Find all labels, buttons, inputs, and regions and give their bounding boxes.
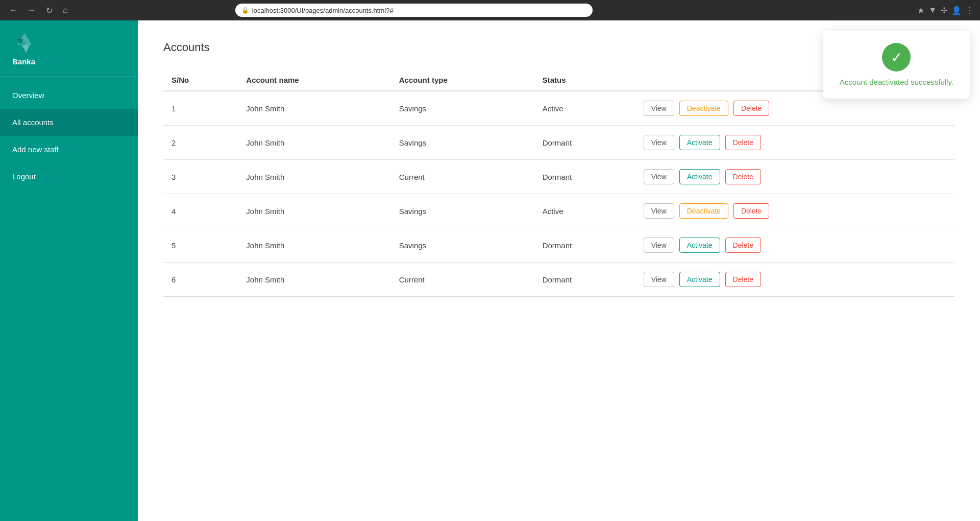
col-status: Status (534, 69, 635, 91)
cell-account-type: Savings (391, 194, 534, 228)
view-button[interactable]: View (644, 135, 674, 150)
delete-button[interactable]: Delete (725, 135, 761, 150)
cell-account-type: Savings (391, 228, 534, 263)
success-message: Account deactivated successfully. (840, 78, 953, 86)
cell-actions: ViewActivateDelete (635, 228, 954, 263)
cell-account-name: John Smith (238, 160, 390, 194)
actions-cell: ViewActivateDelete (644, 238, 946, 253)
deactivate-button[interactable]: Deactivate (679, 203, 728, 219)
sidebar-item-overview[interactable]: Overview (0, 82, 138, 109)
delete-button[interactable]: Delete (725, 169, 761, 184)
cell-account-name: John Smith (238, 126, 390, 160)
cell-status: Dormant (534, 228, 635, 263)
actions-cell: ViewActivateDelete (644, 135, 946, 150)
table-row: 6John SmithCurrentDormantViewActivateDel… (163, 263, 954, 297)
success-icon: ✓ (882, 43, 911, 72)
sidebar-nav: Overview All accounts Add new staff Logo… (0, 82, 138, 190)
avatar-icon[interactable]: 👤 (951, 6, 962, 15)
view-button[interactable]: View (644, 203, 674, 219)
table-row: 4John SmithSavingsActiveViewDeactivateDe… (163, 194, 954, 228)
menu-icon[interactable]: ⋮ (966, 6, 974, 15)
app-container: Banka Overview All accounts Add new staf… (0, 20, 980, 521)
url-text: localhost:3000/UI/pages/admin/accounts.h… (252, 7, 394, 14)
cell-status: Dormant (534, 263, 635, 297)
cell-actions: ViewActivateDelete (635, 263, 954, 297)
sidebar-label-overview: Overview (12, 91, 44, 100)
cell-actions: ViewActivateDelete (635, 160, 954, 194)
view-button[interactable]: View (644, 169, 674, 184)
view-button[interactable]: View (644, 272, 674, 287)
svg-marker-2 (22, 45, 30, 53)
col-account-name: Account name (238, 69, 390, 91)
activate-button[interactable]: Activate (679, 169, 720, 184)
cell-status: Dormant (534, 126, 635, 160)
actions-cell: ViewDeactivateDelete (644, 203, 946, 219)
main-content: ✓ Account deactivated successfully. Acco… (138, 20, 980, 521)
sidebar-item-add-new-staff[interactable]: Add new staff (0, 136, 138, 163)
cell-sno: 2 (163, 126, 238, 160)
cell-status: Active (534, 194, 635, 228)
actions-cell: ViewActivateDelete (644, 169, 946, 184)
actions-cell: ViewDeactivateDelete (644, 101, 946, 116)
logo-icon (12, 31, 37, 55)
cell-account-name: John Smith (238, 91, 390, 126)
cell-status: Active (534, 91, 635, 126)
home-button[interactable]: ⌂ (60, 5, 71, 16)
browser-right-icons: ★ ▼ ✢ 👤 ⋮ (917, 6, 974, 15)
sidebar-item-logout[interactable]: Logout (0, 163, 138, 190)
forward-button[interactable]: → (24, 5, 39, 16)
star-icon[interactable]: ★ (917, 6, 924, 15)
cell-account-type: Savings (391, 126, 534, 160)
success-notification: ✓ Account deactivated successfully. (823, 31, 970, 99)
accounts-table: S/No Account name Account type Status 1J… (163, 69, 954, 297)
table-row: 3John SmithCurrentDormantViewActivateDel… (163, 160, 954, 194)
cell-account-type: Current (391, 160, 534, 194)
extension-icon[interactable]: ▼ (928, 6, 937, 15)
delete-button[interactable]: Delete (725, 272, 761, 287)
sidebar-label-all-accounts: All accounts (12, 118, 54, 127)
col-sno: S/No (163, 69, 238, 91)
col-account-type: Account type (391, 69, 534, 91)
view-button[interactable]: View (644, 238, 674, 253)
cell-actions: ViewDeactivateDelete (635, 194, 954, 228)
activate-button[interactable]: Activate (679, 135, 720, 150)
sidebar: Banka Overview All accounts Add new staf… (0, 20, 138, 521)
cell-sno: 4 (163, 194, 238, 228)
cell-sno: 5 (163, 228, 238, 263)
cell-account-type: Savings (391, 91, 534, 126)
table-row: 5John SmithSavingsDormantViewActivateDel… (163, 228, 954, 263)
delete-button[interactable]: Delete (733, 203, 769, 219)
table-row: 2John SmithSavingsDormantViewActivateDel… (163, 126, 954, 160)
logo-text: Banka (12, 57, 35, 66)
cell-account-name: John Smith (238, 228, 390, 263)
actions-cell: ViewActivateDelete (644, 272, 946, 287)
lock-icon: 🔒 (241, 7, 249, 14)
reload-button[interactable]: ↻ (43, 5, 56, 16)
view-button[interactable]: View (644, 101, 674, 116)
delete-button[interactable]: Delete (725, 238, 761, 253)
cell-account-name: John Smith (238, 194, 390, 228)
cell-sno: 1 (163, 91, 238, 126)
activate-button[interactable]: Activate (679, 272, 720, 287)
back-button[interactable]: ← (6, 5, 20, 16)
sidebar-item-all-accounts[interactable]: All accounts (0, 109, 138, 136)
activate-button[interactable]: Activate (679, 238, 720, 253)
puzzle-icon[interactable]: ✢ (941, 6, 947, 15)
delete-button[interactable]: Delete (733, 101, 769, 116)
browser-chrome: ← → ↻ ⌂ 🔒 localhost:3000/UI/pages/admin/… (0, 0, 980, 20)
sidebar-logo: Banka (0, 20, 138, 77)
cell-account-name: John Smith (238, 263, 390, 297)
cell-actions: ViewActivateDelete (635, 126, 954, 160)
sidebar-label-add-new-staff: Add new staff (12, 145, 59, 154)
cell-sno: 3 (163, 160, 238, 194)
cell-sno: 6 (163, 263, 238, 297)
sidebar-label-logout: Logout (12, 172, 36, 181)
deactivate-button[interactable]: Deactivate (679, 101, 728, 116)
cell-account-type: Current (391, 263, 534, 297)
address-bar[interactable]: 🔒 localhost:3000/UI/pages/admin/accounts… (235, 4, 593, 17)
cell-status: Dormant (534, 160, 635, 194)
